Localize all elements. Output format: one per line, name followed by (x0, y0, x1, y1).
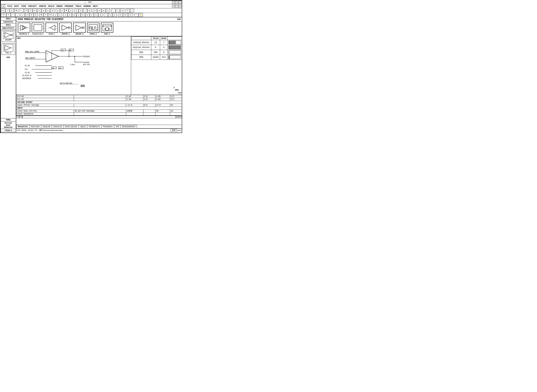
sidebar-module-insamp[interactable]: INSAMP (1, 30, 15, 42)
tb1-copy2[interactable]: ⎘ (28, 9, 33, 12)
sidebar-cat-timers[interactable]: Timers (1, 129, 16, 132)
tb1-b9[interactable]: ⊡ (74, 9, 78, 12)
tb1-b18[interactable]: ◇ (116, 9, 120, 12)
minimize-button[interactable]: □ (172, 1, 175, 4)
tb1-open[interactable]: □ (5, 9, 9, 12)
tb2-b17[interactable]: ⊠ (85, 13, 89, 17)
tb1-b4[interactable]: ⊠ (50, 9, 54, 12)
menu-tools[interactable]: TOOLS (75, 5, 81, 7)
tb2-b8[interactable]: ∆ (34, 13, 38, 17)
module-uart1[interactable]: UART_1 (101, 23, 113, 35)
tb1-save[interactable]: ⊡ (10, 9, 14, 12)
menu-help[interactable]: HELP (93, 5, 98, 7)
tb2-b10[interactable]: A (44, 13, 48, 17)
tb2-b11[interactable]: B (48, 13, 52, 17)
tb1-cut[interactable]: ✂ (20, 9, 24, 12)
tb1-new[interactable]: ⊞ (1, 9, 5, 12)
tb1-help[interactable]: ? (126, 9, 130, 12)
tab-resources[interactable]: Resources (16, 125, 29, 128)
tb2-b23[interactable]: ⊟ (112, 13, 117, 17)
tb1-b17[interactable]: → (112, 9, 116, 12)
tb2-b21[interactable]: ⇒ (104, 13, 108, 17)
tab-releasenotes[interactable]: ReleaseNotes (121, 125, 137, 128)
tb2-redo[interactable]: ↻ (58, 13, 62, 17)
menu-debug[interactable]: DEBUG (56, 5, 62, 7)
tb1-b3[interactable]: ⊟ (46, 9, 50, 12)
tb1-b7[interactable]: ■ (65, 9, 69, 12)
tb1-save2[interactable]: ■ (14, 9, 18, 12)
tb2-b18[interactable]: ⊡ (90, 13, 94, 17)
tab-placement[interactable]: Placement (101, 125, 114, 128)
tb2-b9[interactable]: ■ (39, 13, 43, 17)
sidebar-module-pga[interactable]: PGA_A (1, 43, 15, 55)
tb2-b7[interactable]: ∇ (29, 13, 33, 17)
scroll-track[interactable] (22, 116, 176, 118)
inner-maximize-button[interactable]: □ (175, 5, 178, 7)
tb1-b8[interactable]: ⊞ (69, 9, 73, 12)
scroll-left2-btn[interactable]: ◄ (19, 116, 22, 118)
tb2-b5[interactable]: ∠ (21, 13, 25, 17)
tb2-b16[interactable]: ⊟ (81, 13, 85, 17)
tb2-b2[interactable]: ≡ (7, 13, 11, 17)
menu-build[interactable]: BUILD (48, 5, 54, 7)
module-counter16[interactable]: Counter16_1 (32, 23, 44, 35)
tab-specs[interactable]: Specs (79, 125, 87, 128)
tab-parameters[interactable]: Parameters (87, 125, 102, 128)
scroll-left-btn[interactable]: ◄ (17, 116, 19, 118)
sidebar-cat-amplifiers[interactable]: Amplifiers (1, 27, 16, 30)
tb2-b13[interactable]: ⊗ (68, 13, 72, 17)
tab-features[interactable]: Features (52, 125, 64, 128)
tb1-b11[interactable]: ✂ (83, 9, 87, 12)
tb1-b15[interactable]: ⊞ (102, 9, 106, 12)
tb2-b15[interactable]: ⊡ (76, 13, 80, 17)
tb1-b2[interactable]: ⊞ (42, 9, 46, 12)
inner-minimize-button[interactable]: □ (172, 5, 175, 7)
tb1-b10[interactable]: ⊞ (79, 9, 83, 12)
tb2-undo[interactable]: ↺ (54, 13, 58, 17)
sidebar-cat-adcs[interactable]: ADCs (1, 17, 16, 20)
tb1-b12[interactable]: ⊞ (87, 9, 91, 12)
tb2-b14[interactable]: ⊞ (72, 13, 76, 17)
tb2-b22[interactable]: ⊡ (108, 13, 112, 17)
tb2-b19[interactable]: ⊟ (94, 13, 98, 17)
tb2-b24[interactable]: {} (118, 13, 123, 17)
sidebar-cat-pwms[interactable]: PWMs (1, 118, 16, 121)
module-dac8[interactable]: DAC8_1 (45, 23, 58, 35)
tb2-b4[interactable]: ↓ (15, 13, 19, 17)
tb2-b12[interactable]: ⊕ (63, 13, 67, 17)
menu-view[interactable]: VIEW (21, 5, 26, 7)
tab-api[interactable]: API (114, 125, 121, 128)
tb1-b19[interactable]: ◈ (120, 9, 124, 12)
tb2-b25[interactable]: {} (123, 13, 128, 17)
module-insamp2[interactable]: INSAMP_2 (73, 23, 86, 35)
tab-overview[interactable]: Overview (29, 125, 41, 128)
scroll-right-btn[interactable]: ► (176, 116, 179, 118)
inner-close-button[interactable]: ✕ (178, 5, 182, 7)
tab-diagram[interactable]: Diagram (41, 125, 52, 128)
tb1-b14[interactable]: ⊟ (97, 9, 101, 12)
menu-project[interactable]: PROJECT (28, 5, 37, 7)
module-adcinc12[interactable]: ADCINC12_1 (18, 23, 30, 35)
tb1-copy[interactable]: ⎘ (24, 9, 28, 12)
maximize-button[interactable]: □ (175, 1, 178, 4)
menu-config[interactable]: CONFIG (39, 5, 46, 7)
module-insamp1[interactable]: INSAMP_1 (59, 23, 72, 35)
tb2-b28[interactable]: ✋ (139, 13, 143, 17)
tb2-b3[interactable]: ↑ (11, 13, 15, 17)
tab-description[interactable]: Description (64, 125, 79, 128)
tb2-b27[interactable]: ↑ (135, 13, 138, 17)
module-pwm16[interactable]: PWM16_1 (87, 23, 100, 35)
tb1-paste[interactable]: ⊟ (33, 9, 37, 12)
menu-edit[interactable]: EDIT (14, 5, 19, 7)
menu-file[interactable]: FILE (7, 5, 12, 7)
sidebar-cat-counters[interactable]: Counters (1, 20, 16, 23)
sidebar-cat-serial[interactable]: Serial User Modules (1, 121, 16, 129)
tb1-b6[interactable]: ⊟ (60, 9, 64, 12)
tb1-b1[interactable]: ⊡ (37, 9, 41, 12)
tb2-b6[interactable]: ∅ (25, 13, 29, 17)
scroll-down-btn[interactable]: ▼ (179, 116, 182, 118)
close-button[interactable]: ✕ (178, 1, 182, 4)
menu-program[interactable]: PROGRAM (65, 5, 73, 7)
menu-window[interactable]: WINDOW (84, 5, 91, 7)
tb1-b5[interactable]: ⊡ (56, 9, 60, 12)
